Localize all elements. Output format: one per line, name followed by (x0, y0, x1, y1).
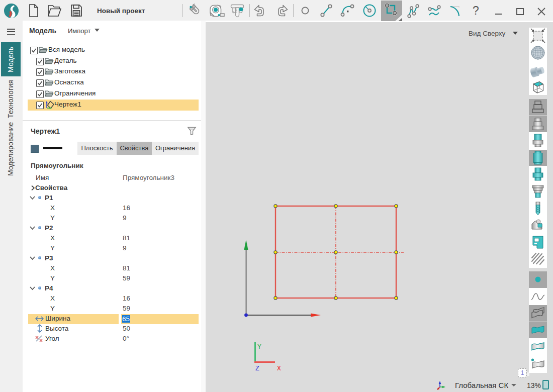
svg-text:Y: Y (257, 343, 261, 351)
svg-text:X: X (277, 365, 281, 372)
svg-text:Z: Z (255, 365, 259, 372)
